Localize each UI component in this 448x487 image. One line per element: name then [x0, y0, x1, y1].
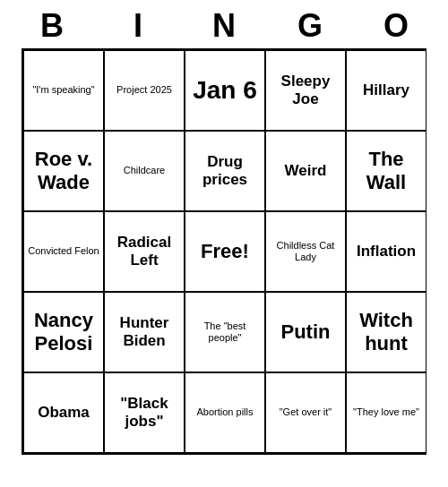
letter-g: G [274, 7, 346, 45]
bingo-cell-9: The Wall [346, 131, 426, 211]
bingo-cell-10: Convicted Felon [23, 211, 104, 292]
bingo-cell-2: Jan 6 [185, 50, 265, 131]
bingo-cell-22: Abortion pills [185, 372, 265, 453]
bingo-cell-6: Childcare [104, 131, 185, 211]
bingo-cell-11: Radical Left [104, 211, 185, 292]
bingo-cell-3: Sleepy Joe [265, 50, 346, 131]
letter-n: N [188, 7, 260, 45]
bingo-cell-15: Nancy Pelosi [23, 292, 104, 372]
bingo-cell-0: "I'm speaking" [23, 50, 104, 131]
bingo-cell-21: "Black jobs" [104, 372, 185, 453]
letter-i: I [102, 7, 174, 45]
bingo-cell-17: The "best people" [185, 292, 265, 372]
bingo-cell-1: Project 2025 [104, 50, 185, 131]
bingo-cell-18: Putin [265, 292, 346, 372]
bingo-cell-14: Inflation [346, 211, 426, 292]
bingo-cell-23: "Get over it" [265, 372, 346, 453]
bingo-cell-5: Roe v. Wade [23, 131, 104, 211]
bingo-cell-16: Hunter Biden [104, 292, 185, 372]
bingo-grid: "I'm speaking"Project 2025Jan 6Sleepy Jo… [22, 48, 426, 455]
bingo-cell-4: Hillary [346, 50, 426, 131]
bingo-cell-12: Free! [185, 211, 265, 292]
letter-b: B [16, 7, 88, 45]
bingo-cell-7: Drug prices [185, 131, 265, 211]
bingo-cell-13: Childless Cat Lady [265, 211, 346, 292]
bingo-title: B I N G O [9, 0, 439, 48]
bingo-cell-24: "They love me" [346, 372, 426, 453]
bingo-cell-8: Weird [265, 131, 346, 211]
letter-o: O [360, 7, 432, 45]
bingo-cell-20: Obama [23, 372, 104, 453]
bingo-cell-19: Witch hunt [346, 292, 426, 372]
